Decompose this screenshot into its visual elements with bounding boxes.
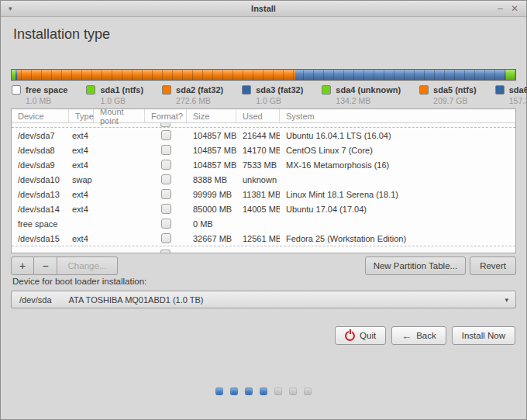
format-checkbox[interactable] xyxy=(161,233,171,243)
legend-label: sda1 (ntfs) xyxy=(100,85,143,95)
format-checkbox[interactable] xyxy=(161,189,171,199)
table-row[interactable]: /dev/sda7 ext4 104857 MB 21644 MB Ubuntu… xyxy=(12,128,515,143)
quit-button[interactable]: Quit xyxy=(335,326,386,345)
cell-size: 104857 MB xyxy=(187,131,236,140)
cell-device: /dev/sda14 xyxy=(12,205,69,214)
legend-item: sda1 (ntfs) 1.0 GB xyxy=(86,85,143,105)
color-swatch xyxy=(495,85,505,95)
column-header-size[interactable]: Size xyxy=(187,109,236,122)
install-now-button-label: Install Now xyxy=(462,331,505,340)
back-button-label: Back xyxy=(416,331,436,340)
legend-label: sda6 (ext4) xyxy=(509,85,527,95)
cell-format xyxy=(145,174,187,184)
step-dot xyxy=(260,387,267,395)
column-header-system[interactable]: System xyxy=(280,109,515,122)
format-checkbox[interactable] xyxy=(161,160,171,170)
format-checkbox[interactable] xyxy=(161,204,171,214)
cell-format xyxy=(145,145,187,155)
color-swatch xyxy=(12,85,21,95)
selected-device: /dev/sda xyxy=(19,295,52,305)
cell-device: /dev/sda13 xyxy=(12,190,69,199)
partition-usage-bar xyxy=(11,69,516,81)
color-swatch xyxy=(86,85,95,95)
format-checkbox[interactable] xyxy=(161,219,171,229)
step-dot xyxy=(304,387,312,395)
step-dot xyxy=(274,387,282,395)
column-header-type[interactable]: Type xyxy=(69,109,94,122)
legend-item: sda3 (fat32) 1.0 GB xyxy=(242,85,303,105)
legend-size: 1.0 GB xyxy=(100,96,143,105)
cell-system: Fedora 25 (Workstation Edition) xyxy=(280,234,515,243)
cell-used: 14170 MB xyxy=(236,146,280,155)
format-checkbox-partial xyxy=(160,123,170,127)
cell-system: Ubuntu 16.04.1 LTS (16.04) xyxy=(280,131,515,140)
format-checkbox[interactable] xyxy=(161,130,171,140)
step-indicator xyxy=(215,387,312,395)
cell-type: ext4 xyxy=(69,146,94,155)
bootloader-label: Device for boot loader installation: xyxy=(12,277,146,286)
cell-type: ext4 xyxy=(69,131,94,140)
step-dot xyxy=(230,387,238,395)
cell-size: 0 MB xyxy=(187,219,236,229)
column-header-device[interactable]: Device xyxy=(12,109,69,122)
table-row[interactable]: /dev/sda9 ext4 104857 MB 7533 MB MX-16 M… xyxy=(12,157,515,172)
selected-device-description: ATA TOSHIBA MQ01ABD1 (1.0 TB) xyxy=(69,295,204,305)
cell-used: 14005 MB xyxy=(236,205,280,214)
format-checkbox[interactable] xyxy=(161,174,171,184)
back-arrow-icon: ← xyxy=(401,330,412,342)
partition-table: Device Type Mount point Format? Size Use… xyxy=(11,108,516,253)
bootloader-device-select[interactable]: /dev/sda ATA TOSHIBA MQ01ABD1 (1.0 TB) ▾ xyxy=(11,291,516,308)
cell-format xyxy=(145,130,187,140)
quit-button-label: Quit xyxy=(360,331,376,340)
titlebar: ▾ Install – ✕ xyxy=(1,1,526,17)
legend-size: 209.7 GB xyxy=(433,96,477,105)
cell-used: 12561 MB xyxy=(236,234,280,243)
new-partition-table-button[interactable]: New Partition Table... xyxy=(365,256,466,275)
table-row[interactable]: /dev/sda8 ext4 104857 MB 14170 MB CentOS… xyxy=(12,143,515,157)
minimize-icon[interactable]: – xyxy=(498,1,503,17)
partially-visible-row xyxy=(12,123,515,128)
cell-system: MX-16 Metamorphosis (16) xyxy=(280,160,515,170)
cell-used: unknown xyxy=(236,175,280,184)
table-row[interactable]: /dev/sda10 swap 8388 MB unknown xyxy=(12,172,515,187)
color-swatch xyxy=(322,85,331,95)
cell-size: 104857 MB xyxy=(187,160,236,170)
partition-toolbar: + − Change... New Partition Table... Rev… xyxy=(11,256,516,275)
legend-item: sda6 (ext4) 157.3 GB xyxy=(495,85,527,105)
cell-format xyxy=(145,160,187,170)
table-row[interactable]: /dev/sda14 ext4 85000 MB 14005 MB Ubuntu… xyxy=(12,201,515,216)
color-swatch xyxy=(162,85,171,95)
power-icon xyxy=(345,331,355,341)
table-header: Device Type Mount point Format? Size Use… xyxy=(12,109,515,123)
format-checkbox[interactable] xyxy=(161,145,171,155)
change-partition-button[interactable]: Change... xyxy=(57,256,118,275)
cell-size: 99999 MB xyxy=(187,190,236,199)
column-header-format[interactable]: Format? xyxy=(145,109,187,122)
toolbar-spacer xyxy=(118,256,365,275)
table-row[interactable]: /dev/sda15 ext4 32667 MB 12561 MB Fedora… xyxy=(12,231,515,246)
cell-type: swap xyxy=(69,175,94,184)
remove-partition-button[interactable]: − xyxy=(34,256,57,275)
revert-button[interactable]: Revert xyxy=(470,256,516,275)
column-header-mount-point[interactable]: Mount point xyxy=(94,109,145,122)
cell-type: ext4 xyxy=(69,205,94,214)
legend-size: 1.0 MB xyxy=(26,96,67,105)
cell-system: Ubuntu 17.04 (17.04) xyxy=(280,205,515,214)
legend-label: sda3 (fat32) xyxy=(256,85,303,95)
table-row[interactable]: free space 0 MB xyxy=(12,216,515,231)
cell-size: 104857 MB xyxy=(187,146,236,155)
cell-used: 11381 MB xyxy=(236,190,280,199)
close-icon[interactable]: ✕ xyxy=(511,1,518,17)
column-header-used[interactable]: Used xyxy=(236,109,280,122)
back-button[interactable]: ← Back xyxy=(391,326,446,345)
add-partition-button[interactable]: + xyxy=(11,256,34,275)
legend-label: sda2 (fat32) xyxy=(176,85,223,95)
step-dot xyxy=(215,387,223,395)
legend-size: 157.3 GB xyxy=(509,96,527,105)
legend-item: free space 1.0 MB xyxy=(12,85,67,105)
install-now-button[interactable]: Install Now xyxy=(452,326,515,345)
table-row[interactable]: /dev/sda13 ext4 99999 MB 11381 MB Linux … xyxy=(12,187,515,201)
legend-label: free space xyxy=(26,85,67,95)
bar-segment xyxy=(295,70,506,80)
cell-size: 32667 MB xyxy=(187,234,236,243)
